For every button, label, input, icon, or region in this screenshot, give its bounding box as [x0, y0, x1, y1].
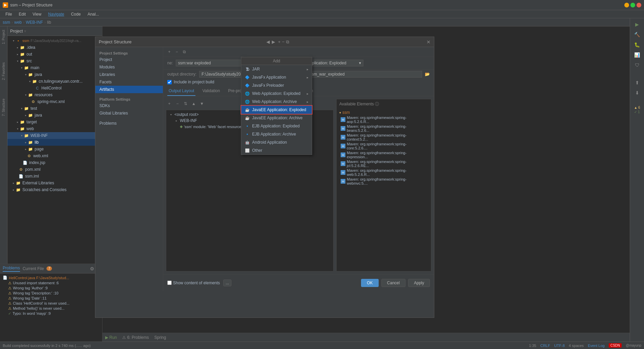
tree-external-libs[interactable]: ▸ 📁 External Libraries: [7, 180, 102, 186]
include-checkbox[interactable]: [167, 80, 172, 84]
nav-forward-button[interactable]: ▶: [272, 39, 275, 44]
menu-view[interactable]: View: [30, 11, 44, 17]
bc-ssm[interactable]: ssm: [3, 20, 10, 25]
side-tab-favorites[interactable]: 2: Favorites: [1, 60, 6, 82]
tree-add-btn[interactable]: +: [166, 100, 173, 107]
nav-project[interactable]: Project: [95, 56, 163, 63]
maven-spring-expression[interactable]: M Maven: org.springframework:spring-expr…: [339, 150, 428, 159]
tree-resources[interactable]: ▾ 📁 resources: [7, 91, 102, 98]
minimize-button[interactable]: [624, 3, 629, 7]
nav-problems[interactable]: Problems: [95, 120, 163, 127]
maven-spring-aop[interactable]: M Maven: org.springframework:spring-aop:…: [339, 115, 428, 124]
add-menu-javafx-preloader[interactable]: 🔷 JavaFx Preloader: [241, 81, 312, 89]
status-event-log[interactable]: Event Log: [588, 344, 605, 348]
side-tab-structure[interactable]: 7: Structure: [1, 97, 6, 118]
browse-icon[interactable]: 📂: [425, 72, 430, 77]
build-icon[interactable]: 🔨: [632, 30, 642, 39]
add-menu-jar[interactable]: 🗜 JAR ▸: [241, 65, 312, 73]
problems-tab[interactable]: Problems: [3, 266, 20, 272]
tree-lib[interactable]: ▸ 📁 lib: [7, 139, 102, 146]
problem-wrong-date[interactable]: ⚠ Wrong tag 'Date' :11: [1, 296, 101, 301]
menu-file[interactable]: File: [3, 11, 15, 17]
close-button[interactable]: [637, 3, 641, 7]
tree-idea[interactable]: ▸ 📁 .idea: [7, 44, 102, 51]
nav-facets[interactable]: Facets: [95, 78, 163, 86]
tree-scratches[interactable]: ▸ 📁 Scratches and Consoles: [7, 186, 102, 193]
tree-hellcontrol[interactable]: C HellControl: [7, 85, 102, 91]
add-icon-title[interactable]: +: [278, 39, 281, 44]
tree-down-btn[interactable]: ▼: [198, 100, 205, 107]
problem-never-used-class[interactable]: ⚠ Class 'HellControl' is never used...: [1, 301, 101, 306]
tree-java[interactable]: ▾ 📁 java: [7, 71, 102, 78]
status-indent[interactable]: 4 spaces: [569, 344, 584, 348]
ok-count-badge[interactable]: ✓ 1: [634, 110, 640, 114]
side-tab-project[interactable]: 1: Project: [1, 28, 6, 46]
tree-up-btn[interactable]: ▲: [190, 100, 197, 107]
nav-sdks[interactable]: SDKs: [95, 102, 163, 109]
artifact-add-button[interactable]: +: [166, 48, 173, 55]
tree-index-jsp[interactable]: 📄 index.jsp: [7, 159, 102, 166]
maven-spring-jcl[interactable]: M Maven: org.springframework:spring-jcl:…: [339, 159, 428, 168]
nav-modules[interactable]: Modules: [95, 63, 163, 71]
status-line-sep[interactable]: CRLF: [540, 344, 550, 348]
nav-libraries[interactable]: Libraries: [95, 71, 163, 78]
add-menu-ejb-exploded[interactable]: 🔹 EJB Application: Exploded: [241, 122, 312, 130]
problems-run-tab[interactable]: ⚠ 6: Problems: [122, 335, 149, 340]
tree-main[interactable]: ▾ 📁 main: [7, 64, 102, 71]
status-encoding[interactable]: UTF-8: [554, 344, 565, 348]
tree-target[interactable]: ▸ 📁 target: [7, 119, 102, 125]
add-menu-web-exploded[interactable]: 🌐 Web Application: Exploded ▸: [241, 89, 312, 98]
nav-global-libraries[interactable]: Global Libraries: [95, 109, 163, 117]
problem-wrong-desc[interactable]: ⚠ Wrong tag 'Description:' :10: [1, 291, 101, 296]
run-button[interactable]: ▶ Run: [105, 335, 117, 340]
run-icon[interactable]: ▶: [632, 20, 642, 29]
tree-ssmiml[interactable]: 📄 ssm.iml: [7, 173, 102, 180]
add-menu-ejb-archive[interactable]: 🔹 EJB Application: Archive: [241, 130, 312, 138]
warning-count-badge[interactable]: ▲ 6: [634, 106, 640, 109]
tree-sort-btn[interactable]: ⇅: [182, 100, 189, 107]
menu-analyze[interactable]: Anal...: [85, 11, 102, 17]
tree-web[interactable]: ▾ 📁 web: [7, 125, 102, 132]
maven-spring-webmvc[interactable]: M Maven: org.springframework:spring-webm…: [339, 177, 428, 186]
tree-spring-mvc[interactable]: ⚙ spring-mvc.xml: [7, 98, 102, 105]
problem-typo[interactable]: ✓ Typo: In word 'mayp' :9: [1, 311, 101, 316]
ok-button[interactable]: OK: [361, 279, 378, 287]
tree-pomxml[interactable]: ⚙ pom.xml: [7, 166, 102, 173]
copy-icon-title[interactable]: ⧉: [286, 39, 289, 45]
tab-validation[interactable]: Validation: [201, 86, 221, 96]
menu-code[interactable]: Code: [68, 11, 83, 17]
tree-webxml[interactable]: ⚙ web.xml: [7, 152, 102, 159]
spring-tab[interactable]: Spring: [154, 335, 166, 340]
apply-button[interactable]: Apply: [408, 279, 430, 287]
current-file-tab[interactable]: Current File: [23, 266, 44, 271]
remove-icon-title[interactable]: −: [282, 39, 285, 44]
add-menu-javaee-archive[interactable]: ☕ JavaEE Application: Archive: [241, 114, 312, 122]
coverage-icon[interactable]: 🛡: [632, 60, 642, 70]
tree-src[interactable]: ▾ 📁 src: [7, 58, 102, 64]
maven-spring-context[interactable]: M Maven: org.springframework:spring-cont…: [339, 133, 428, 142]
artifact-remove-button[interactable]: −: [173, 48, 180, 55]
more-options-button[interactable]: ...: [223, 280, 231, 286]
menu-edit[interactable]: Edit: [16, 11, 29, 17]
project-tree[interactable]: ▾ ▪ ssm F:\JavaStudy\study2021\high-ra..…: [7, 36, 102, 292]
maven-spring-beans[interactable]: M Maven: org.springframework:spring-bean…: [339, 124, 428, 133]
problem-never-used-method[interactable]: ⚠ Method 'hello()' is never used...: [1, 306, 101, 311]
show-content-checkbox[interactable]: [167, 281, 172, 285]
add-menu-javaee-exploded[interactable]: ☕ JavaEE Application: Exploded: [241, 106, 312, 114]
add-menu-android[interactable]: 🤖 Android Application: [241, 138, 312, 146]
commit-icon[interactable]: ⬆: [632, 78, 642, 87]
artifact-copy-button[interactable]: ⧉: [181, 48, 188, 55]
debug-icon[interactable]: 🐛: [632, 40, 642, 49]
nav-back-button[interactable]: ◀: [266, 39, 270, 44]
maximize-button[interactable]: [630, 3, 635, 7]
tree-remove-btn[interactable]: −: [174, 100, 181, 107]
tree-test[interactable]: ▾ 📁 test: [7, 105, 102, 112]
add-menu-javafx-app[interactable]: 🔷 JavaFx Application ▸: [241, 73, 312, 81]
tree-page[interactable]: ▸ 📁 page: [7, 146, 102, 152]
problem-unused-import[interactable]: ⚠ Unused import statement :6: [1, 281, 101, 286]
settings-icon[interactable]: ⚙: [90, 266, 94, 271]
update-icon[interactable]: ⬇: [632, 88, 642, 98]
add-menu-other[interactable]: ⬜ Other: [241, 146, 312, 155]
bc-web[interactable]: web: [14, 20, 22, 25]
profile-icon[interactable]: 📊: [632, 50, 642, 60]
